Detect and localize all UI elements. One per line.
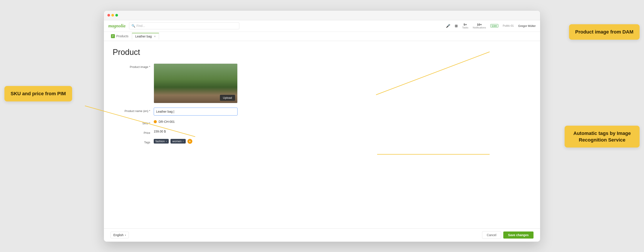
microphone-icon: 🎤 xyxy=(446,24,450,28)
product-image-field: Upload xyxy=(154,64,294,103)
tag-fashion-label: fashion xyxy=(156,140,165,143)
price-field: 159.00 $ xyxy=(154,130,294,134)
save-button[interactable]: Save changes xyxy=(503,232,534,238)
callout-dam: Product image from DAM xyxy=(569,24,640,40)
sku-indicator-dot xyxy=(154,120,157,123)
product-image-row: Product image * xyxy=(113,64,294,103)
scene: magnolia 🔍 Find... 🎤 ⊞ 5+ Tasks xyxy=(0,0,644,252)
tasks-label: Tasks xyxy=(462,26,468,29)
minimize-window-dot[interactable] xyxy=(112,14,114,16)
sku-field: DR-CH-001 xyxy=(154,120,294,124)
microphone-group[interactable]: 🎤 xyxy=(446,24,450,28)
tags-label: Tags xyxy=(113,139,150,144)
products-tab-label: Products xyxy=(116,34,128,38)
maximize-window-dot[interactable] xyxy=(115,14,118,16)
tasks-count: 5+ xyxy=(464,23,467,26)
product-name-row: Product name (en) * xyxy=(113,108,294,116)
cancel-button[interactable]: Cancel xyxy=(482,231,501,239)
price-label: Price xyxy=(113,130,150,134)
tag-women-label: women xyxy=(172,140,182,143)
live-badge: Live xyxy=(490,24,498,28)
browser-window: magnolia 🔍 Find... 🎤 ⊞ 5+ Tasks xyxy=(104,10,540,242)
page-title: Product xyxy=(113,48,531,57)
product-name-label: Product name (en) * xyxy=(113,108,150,113)
price-value: 159.00 $ xyxy=(154,130,166,133)
notifications-label: Notifications xyxy=(473,26,486,29)
sku-row: SKU * DR-CH-001 xyxy=(113,120,294,125)
callout-sku-pim: SKU and price from PIM xyxy=(4,86,72,102)
callout-sku-text: SKU and price from PIM xyxy=(10,91,66,96)
grid-icon: ⊞ xyxy=(455,24,458,28)
nav-right: 🎤 ⊞ 5+ Tasks 10+ Notifications xyxy=(446,23,536,29)
tab-bar: P Products Leather bag × xyxy=(104,32,540,41)
action-bar: English ▾ Cancel Save changes xyxy=(104,228,540,242)
tag-women-close[interactable]: × xyxy=(182,140,184,143)
product-name-field xyxy=(154,108,294,116)
tag-fashion: fashion × xyxy=(154,139,169,144)
user-name: Gregor Müller xyxy=(518,24,536,28)
products-tab[interactable]: P Products xyxy=(108,33,131,40)
product-name-input[interactable] xyxy=(154,108,238,116)
notifications-count: 10+ xyxy=(477,23,482,26)
callout-tags-text: Automatic tags by Image Recognition Serv… xyxy=(574,130,631,143)
tags-field: fashion × women × + xyxy=(154,139,294,144)
title-bar xyxy=(104,10,540,20)
tasks-group[interactable]: 5+ Tasks xyxy=(462,23,468,29)
tags-row: Tags fashion × women × + xyxy=(113,139,294,144)
window-controls xyxy=(108,14,118,16)
search-bar[interactable]: 🔍 Find... xyxy=(129,22,239,29)
tag-fashion-close[interactable]: × xyxy=(166,140,167,143)
price-row: Price 159.00 $ xyxy=(113,130,294,134)
products-tab-icon: P xyxy=(111,34,115,38)
tag-add-button[interactable]: + xyxy=(188,139,192,144)
upload-button[interactable]: Upload xyxy=(220,95,235,101)
tab-close-icon[interactable]: × xyxy=(154,34,156,38)
tag-add-icon: + xyxy=(189,140,191,143)
close-window-dot[interactable] xyxy=(108,14,110,16)
notifications-group[interactable]: 10+ Notifications xyxy=(473,23,486,29)
sku-value: DR-CH-001 xyxy=(158,120,175,124)
callout-dam-text: Product image from DAM xyxy=(575,29,634,34)
language-selector[interactable]: English ▾ xyxy=(110,232,129,238)
product-form: Product image * xyxy=(113,64,294,144)
language-chevron: ▾ xyxy=(125,234,126,236)
top-nav: magnolia 🔍 Find... 🎤 ⊞ 5+ Tasks xyxy=(104,20,540,32)
product-image-label: Product image * xyxy=(113,64,150,68)
search-icon: 🔍 xyxy=(132,24,135,28)
user-profile[interactable]: Gregor Müller xyxy=(518,24,536,28)
tag-women: women × xyxy=(170,139,186,144)
main-content: Product Product image * xyxy=(104,41,540,228)
search-placeholder: Find... xyxy=(136,24,145,28)
language-label: English xyxy=(113,233,124,237)
instance-label: Public-01 xyxy=(503,24,514,27)
callout-tags: Automatic tags by Image Recognition Serv… xyxy=(564,126,640,148)
leather-bag-tab[interactable]: Leather bag × xyxy=(132,33,159,40)
image-upload-area[interactable]: Upload xyxy=(154,64,238,103)
active-tab-label: Leather bag xyxy=(135,34,152,38)
action-buttons: Cancel Save changes xyxy=(482,231,534,239)
magnolia-logo: magnolia xyxy=(108,23,126,28)
grid-icon-group[interactable]: ⊞ xyxy=(455,24,458,28)
sku-label: SKU * xyxy=(113,120,150,125)
